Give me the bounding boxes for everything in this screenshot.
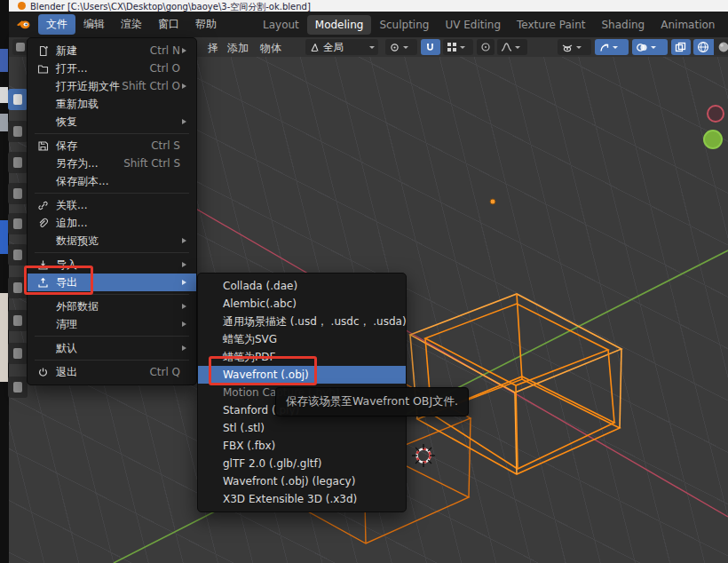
menubar-help[interactable]: 帮助 [187, 14, 225, 35]
proportional-editing-toggle[interactable] [477, 39, 495, 55]
tab-animation[interactable]: Animation [653, 15, 723, 35]
gizmo-y-axis-ball[interactable] [703, 130, 723, 149]
menu-item-clean-up[interactable]: 清理 [28, 315, 196, 333]
file-menu: 新建 Ctrl N 打开... Ctrl O 打开近期文件 Shift Ctrl… [27, 37, 197, 385]
export-item-usd[interactable]: 通用场景描述 (.usd， .usdc， .usda) [198, 313, 406, 330]
submenu-arrow-icon [180, 119, 189, 124]
menu-item-import[interactable]: 导入 [28, 256, 196, 274]
menu-separator [35, 294, 189, 295]
menu-item-revert[interactable]: 重新加载 [28, 95, 196, 113]
menu-item-data-preview[interactable]: 数据预览 [28, 232, 196, 250]
submenu-arrow-icon [180, 280, 189, 285]
export-item-gltf[interactable]: glTF 2.0 (.glb/.gltf) [198, 455, 406, 472]
tab-rendering-clipped[interactable]: Renderi [723, 15, 728, 35]
visibility-dropdown[interactable] [558, 39, 591, 55]
shading-solid-button[interactable] [714, 39, 728, 55]
menu-item-recover[interactable]: 恢复 [28, 113, 196, 131]
menu-item-link[interactable]: 关联... [28, 196, 196, 214]
tool-rotate-button[interactable] [8, 183, 28, 204]
add-menu[interactable]: 添加 [227, 41, 249, 56]
submenu-arrow-icon [180, 83, 189, 89]
submenu-arrow-icon [180, 262, 189, 267]
chevron-down-icon [369, 46, 375, 52]
tab-layout[interactable]: Layout [255, 15, 307, 35]
import-icon [35, 259, 51, 271]
object-menu[interactable]: 物体 [260, 41, 281, 56]
chevron-down-icon [576, 46, 582, 52]
menu-item-append[interactable]: 追加... [28, 214, 196, 232]
shading-wireframe-button[interactable] [693, 39, 714, 55]
save-icon [35, 140, 51, 152]
chevron-down-icon [613, 46, 618, 52]
xray-icon [675, 42, 686, 53]
tab-shading[interactable]: Shading [593, 15, 653, 35]
gizmo-x-axis-ball[interactable] [707, 105, 724, 123]
submenu-arrow-icon [180, 48, 189, 53]
menu-separator [35, 252, 189, 253]
submenu-arrow-icon [180, 321, 189, 327]
menu-item-open[interactable]: 打开... Ctrl O [28, 59, 196, 77]
window-title: Blender [C:\Users\CX\Desktop\gong\baoye\… [30, 1, 311, 12]
menubar-edit[interactable]: 编辑 [75, 14, 113, 35]
export-item-wavefront-legacy[interactable]: Wavefront (.obj) (legacy) [198, 472, 406, 490]
tab-texture-paint[interactable]: Texture Paint [509, 15, 593, 35]
export-item-fbx[interactable]: FBX (.fbx) [198, 437, 406, 455]
menu-item-save-copy[interactable]: 保存副本... [28, 172, 196, 190]
solid-sphere-icon [717, 41, 728, 53]
tool-measure-button[interactable] [8, 310, 28, 331]
tool-select-box-button[interactable] [8, 89, 28, 110]
transform-orientation-dropdown[interactable]: 全局 [305, 39, 378, 55]
tool-scale-button[interactable] [8, 213, 28, 234]
chevron-down-icon [403, 46, 408, 52]
menu-item-save[interactable]: 保存 Ctrl S [28, 137, 196, 155]
paperclip-icon [35, 218, 51, 229]
menu-item-new[interactable]: 新建 Ctrl N [28, 42, 196, 59]
tool-move-button[interactable] [8, 152, 28, 173]
link-icon [35, 200, 51, 211]
gizmos-toggle[interactable] [595, 39, 629, 55]
tool-extra-button[interactable] [8, 377, 28, 398]
select-menu-clipped[interactable]: 择 [208, 41, 218, 56]
menu-item-external-data[interactable]: 外部数据 [28, 297, 196, 315]
submenu-arrow-icon [180, 238, 189, 243]
falloff-curve-icon [501, 42, 512, 52]
menu-item-quit[interactable]: 退出 Ctrl Q [28, 363, 196, 381]
export-item-grease-pencil-pdf[interactable]: 蜡笔为PDF [198, 348, 406, 366]
xray-toggle[interactable] [671, 39, 691, 55]
export-item-x3d[interactable]: X3D Extensible 3D (.x3d) [198, 490, 406, 508]
menu-item-open-recent[interactable]: 打开近期文件 Shift Ctrl O [28, 77, 196, 95]
tab-sculpting[interactable]: Sculpting [371, 15, 437, 35]
export-item-alembic[interactable]: Alembic(.abc) [198, 295, 406, 313]
gizmo-arrow-icon [598, 42, 610, 53]
tool-cursor-button[interactable] [8, 121, 28, 142]
submenu-arrow-icon [180, 304, 189, 309]
tool-annotate-button[interactable] [8, 277, 28, 298]
export-item-wavefront-obj[interactable]: Wavefront (.obj) [198, 366, 406, 384]
export-item-collada[interactable]: Collada (.dae) [198, 277, 406, 295]
tab-modeling[interactable]: Modeling [307, 15, 372, 35]
export-item-stl[interactable]: Stl (.stl) [198, 419, 406, 437]
snap-toggle-button[interactable] [421, 39, 440, 55]
orientation-value: 全局 [323, 41, 344, 54]
snap-with-dropdown[interactable] [443, 39, 473, 55]
chevron-down-icon [460, 46, 465, 52]
menubar-window[interactable]: 窗口 [150, 14, 187, 35]
tool-transform-button[interactable] [8, 244, 28, 266]
menubar-render[interactable]: 渲染 [113, 14, 150, 35]
blender-logo-icon [16, 19, 31, 30]
menu-separator [35, 133, 189, 134]
tab-uv-editing[interactable]: UV Editing [437, 15, 509, 35]
wireframe-globe-icon [697, 41, 709, 53]
topbar: 文件 编辑 渲染 窗口 帮助 Layout Modeling Sculpting… [9, 12, 728, 37]
menu-item-defaults[interactable]: 默认 [28, 339, 196, 357]
menu-item-export[interactable]: 导出 [28, 274, 196, 291]
pivot-point-dropdown[interactable] [385, 39, 417, 55]
menubar-file[interactable]: 文件 [38, 14, 75, 35]
tool-add-cube-button[interactable] [8, 343, 28, 364]
folder-icon [35, 63, 51, 75]
export-item-grease-pencil-svg[interactable]: 蜡笔为SVG [198, 330, 406, 348]
export-icon [35, 277, 51, 289]
menu-item-save-as[interactable]: 另存为... Shift Ctrl S [28, 155, 196, 172]
overlays-toggle[interactable] [632, 39, 668, 55]
falloff-dropdown[interactable] [497, 39, 527, 55]
